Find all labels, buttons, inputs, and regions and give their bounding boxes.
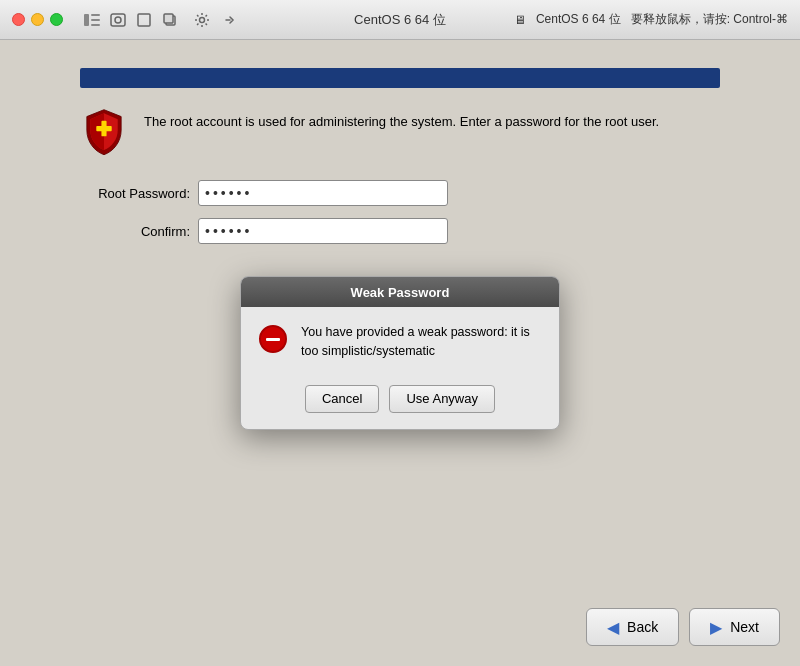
nav-buttons: ◀ Back ▶ Next (586, 608, 780, 646)
dialog-titlebar: Weak Password (241, 277, 559, 307)
confirm-input[interactable] (198, 218, 448, 244)
next-button[interactable]: ▶ Next (689, 608, 780, 646)
shield-icon (80, 108, 128, 156)
svg-rect-11 (96, 126, 111, 131)
vm-window: The root account is used for administeri… (0, 40, 800, 666)
back-button[interactable]: ◀ Back (586, 608, 679, 646)
svg-point-9 (200, 17, 205, 22)
next-arrow-icon: ▶ (710, 618, 722, 637)
maximize-button[interactable] (50, 13, 63, 26)
svg-rect-6 (138, 14, 150, 26)
root-password-input[interactable] (198, 180, 448, 206)
copy-icon[interactable] (161, 11, 179, 29)
intro-text: The root account is used for administeri… (144, 108, 659, 132)
dialog-title: Weak Password (351, 285, 450, 300)
svg-rect-0 (84, 14, 89, 26)
window-icon[interactable] (135, 11, 153, 29)
window-title: CentOS 6 64 位 (354, 11, 446, 29)
titlebar: CentOS 6 64 位 🖥 CentOS 6 64 位 要释放鼠标，请按: … (0, 0, 800, 40)
back-arrow-icon: ◀ (607, 618, 619, 637)
intro-row: The root account is used for administeri… (80, 108, 720, 156)
svg-rect-1 (91, 14, 100, 16)
weak-password-dialog: Weak Password You have provided a weak p… (240, 276, 560, 430)
svg-point-5 (115, 17, 121, 23)
svg-rect-2 (91, 19, 100, 21)
snapshot-icon[interactable] (109, 11, 127, 29)
more-icon[interactable] (219, 11, 237, 29)
vm-status-hint: 🖥 CentOS 6 64 位 要释放鼠标，请按: Control-⌘ (514, 11, 788, 28)
confirm-label: Confirm: (80, 224, 190, 239)
root-password-label: Root Password: (80, 186, 190, 201)
error-icon (257, 323, 289, 355)
minimize-button[interactable] (31, 13, 44, 26)
dialog-message: You have provided a weak password: it is… (301, 323, 543, 361)
root-password-group: Root Password: (80, 180, 720, 206)
svg-rect-8 (164, 14, 173, 23)
cancel-button[interactable]: Cancel (305, 385, 379, 413)
dialog-buttons: Cancel Use Anyway (241, 377, 559, 429)
progress-bar (80, 68, 720, 88)
use-anyway-button[interactable]: Use Anyway (389, 385, 495, 413)
sidebar-toggle-icon[interactable] (83, 11, 101, 29)
content-area: The root account is used for administeri… (80, 108, 720, 256)
dialog-body: You have provided a weak password: it is… (241, 307, 559, 377)
svg-rect-4 (111, 14, 125, 26)
close-button[interactable] (12, 13, 25, 26)
settings-icon[interactable] (193, 11, 211, 29)
error-minus-shape (266, 338, 280, 341)
confirm-group: Confirm: (80, 218, 720, 244)
svg-rect-3 (91, 24, 100, 26)
error-circle (259, 325, 287, 353)
